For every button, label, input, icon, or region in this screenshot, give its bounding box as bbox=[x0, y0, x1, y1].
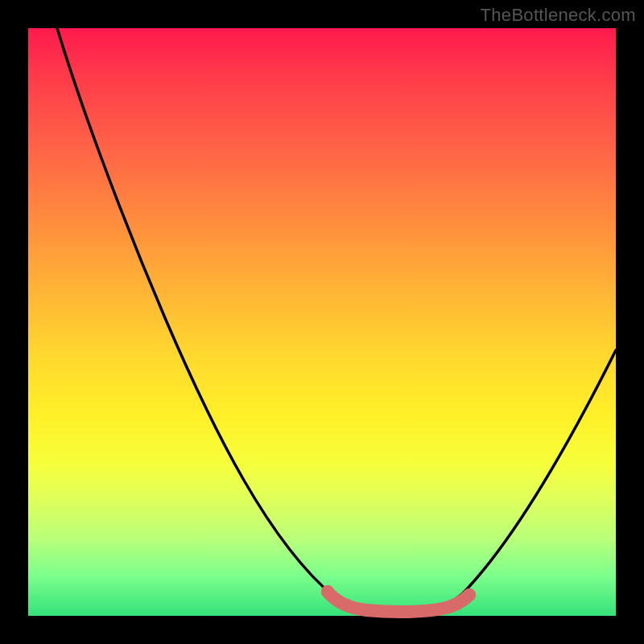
bottleneck-curve bbox=[28, 28, 616, 616]
curve-main bbox=[57, 28, 616, 611]
chart-frame: TheBottleneck.com bbox=[0, 0, 644, 644]
curve-highlight bbox=[328, 592, 469, 612]
watermark-text: TheBottleneck.com bbox=[481, 5, 636, 26]
highlight-dot-right bbox=[463, 588, 476, 601]
plot-area bbox=[28, 28, 616, 616]
highlight-dot-left bbox=[321, 585, 334, 598]
